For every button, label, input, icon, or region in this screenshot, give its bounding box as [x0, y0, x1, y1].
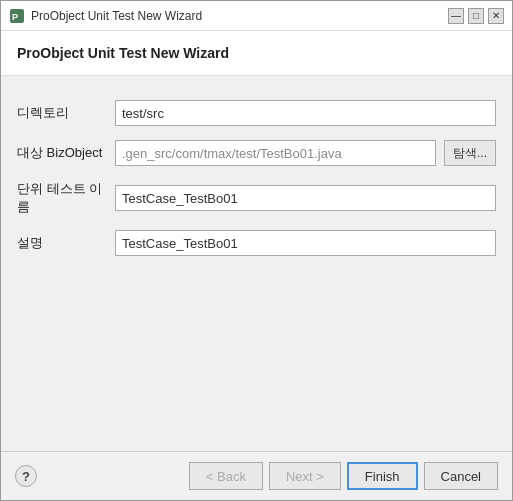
- title-bar-text: ProObject Unit Test New Wizard: [31, 9, 442, 23]
- close-button[interactable]: ✕: [488, 8, 504, 24]
- biz-object-label: 대상 BizObject: [17, 144, 107, 162]
- description-input[interactable]: [115, 230, 496, 256]
- biz-object-input[interactable]: [115, 140, 436, 166]
- minimize-button[interactable]: —: [448, 8, 464, 24]
- maximize-button[interactable]: □: [468, 8, 484, 24]
- help-button[interactable]: ?: [15, 465, 37, 487]
- browse-button[interactable]: 탐색...: [444, 140, 496, 166]
- unit-test-input[interactable]: [115, 185, 496, 211]
- title-bar: P ProObject Unit Test New Wizard — □ ✕: [1, 1, 512, 31]
- unit-test-label: 단위 테스트 이름: [17, 180, 107, 216]
- directory-label: 디렉토리: [17, 104, 107, 122]
- main-window: P ProObject Unit Test New Wizard — □ ✕ P…: [0, 0, 513, 501]
- cancel-button[interactable]: Cancel: [424, 462, 498, 490]
- footer: ? < Back Next > Finish Cancel: [1, 451, 512, 500]
- unit-test-row: 단위 테스트 이름: [17, 180, 496, 216]
- app-icon: P: [9, 8, 25, 24]
- description-row: 설명: [17, 230, 496, 256]
- page-header: ProObject Unit Test New Wizard: [1, 31, 512, 76]
- description-label: 설명: [17, 234, 107, 252]
- footer-left: ?: [15, 465, 37, 487]
- directory-input[interactable]: [115, 100, 496, 126]
- title-bar-controls: — □ ✕: [448, 8, 504, 24]
- directory-row: 디렉토리: [17, 100, 496, 126]
- biz-object-row: 대상 BizObject 탐색...: [17, 140, 496, 166]
- page-content: 디렉토리 대상 BizObject 탐색... 단위 테스트 이름 설명: [1, 76, 512, 451]
- finish-button[interactable]: Finish: [347, 462, 418, 490]
- back-button[interactable]: < Back: [189, 462, 263, 490]
- footer-right: < Back Next > Finish Cancel: [189, 462, 498, 490]
- svg-text:P: P: [12, 12, 18, 22]
- next-button[interactable]: Next >: [269, 462, 341, 490]
- page-title: ProObject Unit Test New Wizard: [17, 45, 496, 61]
